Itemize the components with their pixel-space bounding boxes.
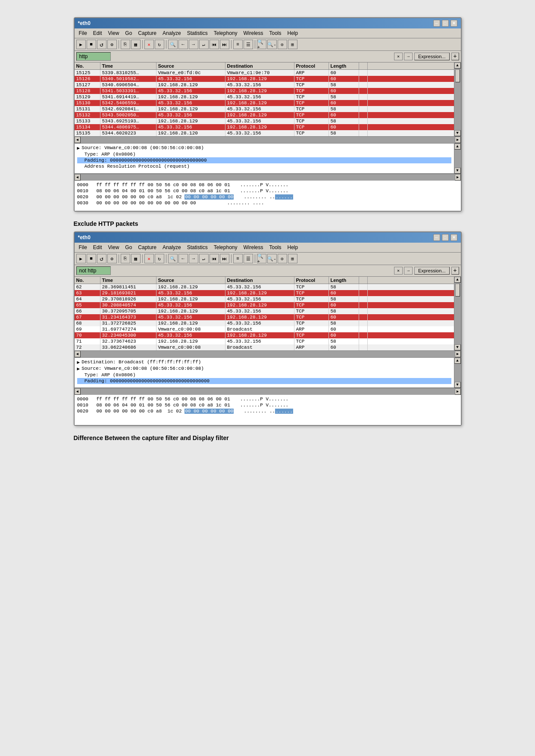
detail-hscroll-1[interactable]: ◄ ► bbox=[75, 174, 461, 181]
menu-edit-1[interactable]: Edit bbox=[91, 29, 105, 37]
menu-go-2[interactable]: Go bbox=[122, 244, 135, 251]
detail-hscroll-2[interactable]: ◄ ► bbox=[75, 388, 461, 395]
scroll-thumb-1[interactable] bbox=[455, 69, 460, 82]
expression-button-1[interactable]: Expression... bbox=[414, 53, 450, 60]
table-row[interactable]: 15130 5342.5406559… 45.33.32.156 192.168… bbox=[75, 100, 454, 106]
toolbar-zoomout-btn-2[interactable]: 🔍- bbox=[267, 254, 277, 263]
menu-tools-1[interactable]: Tools bbox=[267, 29, 284, 37]
toolbar-restart-btn-2[interactable]: ↺ bbox=[97, 254, 106, 263]
toolbar-back-btn-1[interactable]: ← bbox=[178, 40, 188, 49]
table-row[interactable]: 15134 5344.4806975… 45.33.32.156 192.168… bbox=[75, 124, 454, 130]
menu-go-1[interactable]: Go bbox=[122, 29, 135, 37]
detail-track-2[interactable] bbox=[454, 364, 461, 382]
table-row[interactable]: 62 28.369811451 192.168.28.129 45.33.32.… bbox=[75, 284, 454, 290]
toolbar-colorize2-btn-2[interactable]: ☰ bbox=[244, 254, 253, 263]
toolbar-zoomout-btn-1[interactable]: 🔍- bbox=[267, 40, 277, 49]
toolbar-stop-btn-1[interactable]: ■ bbox=[87, 40, 96, 49]
toolbar-settings-btn-2[interactable]: ⚙ bbox=[107, 254, 117, 263]
menu-view-2[interactable]: View bbox=[106, 244, 122, 251]
detail-scroll-up-1[interactable]: ▲ bbox=[454, 144, 461, 150]
toolbar-colorize2-btn-1[interactable]: ☰ bbox=[244, 40, 253, 49]
menu-file-1[interactable]: File bbox=[76, 29, 90, 37]
toolbar-settings-btn-1[interactable]: ⚙ bbox=[107, 40, 117, 49]
table-row[interactable]: 15125 5339.8310255… Vmware_e0:fd:0c Vmwa… bbox=[75, 70, 454, 76]
packet-scrollbar-h-1[interactable]: ◄ ► bbox=[75, 136, 461, 143]
scroll-up-btn-1[interactable]: ▲ bbox=[454, 62, 461, 69]
detail-scrollbar-2[interactable]: ▲ ▼ bbox=[454, 358, 461, 388]
table-row[interactable]: 66 30.372095705 192.168.28.129 45.33.32.… bbox=[75, 308, 454, 314]
packet-hscroll-2[interactable]: ◄ ► bbox=[75, 350, 461, 357]
scroll-track-1[interactable] bbox=[454, 69, 461, 130]
scroll-right-btn-2[interactable]: ► bbox=[455, 351, 461, 357]
scroll-thumb-2[interactable] bbox=[455, 284, 460, 297]
menu-view-1[interactable]: View bbox=[106, 29, 122, 37]
toolbar-refresh-btn-1[interactable]: ↻ bbox=[155, 40, 164, 49]
detail-left-2[interactable]: ◄ bbox=[75, 388, 81, 395]
toolbar-copy-btn-1[interactable]: ⎘ bbox=[121, 40, 130, 49]
toolbar-refresh-btn-2[interactable]: ↻ bbox=[155, 254, 164, 263]
toolbar-start-btn-2[interactable]: ▶ bbox=[76, 254, 86, 263]
toolbar-back-btn-2[interactable]: ← bbox=[178, 254, 188, 263]
filter-input-1[interactable]: http bbox=[76, 52, 111, 61]
table-row[interactable]: 70 32.234045300 45.33.32.156 192.168.28.… bbox=[75, 332, 454, 338]
detail-right-2[interactable]: ► bbox=[455, 388, 461, 395]
scroll-right-btn-1[interactable]: ► bbox=[455, 137, 461, 143]
toolbar-start-btn-1[interactable]: ▶ bbox=[76, 40, 86, 49]
table-row[interactable]: 64 29.370818926 192.168.28.129 45.33.32.… bbox=[75, 296, 454, 302]
filter-icon-x-2[interactable]: ✕ bbox=[394, 267, 403, 275]
table-row[interactable]: 15132 5343.5002050… 45.33.32.156 192.168… bbox=[75, 112, 454, 118]
menu-edit-2[interactable]: Edit bbox=[91, 244, 105, 251]
table-row[interactable]: 15133 5343.6925193… 192.168.28.129 45.33… bbox=[75, 118, 454, 124]
filter-icon-x-1[interactable]: ✕ bbox=[394, 53, 403, 60]
toolbar-copy-btn-2[interactable]: ⎘ bbox=[121, 254, 130, 263]
toolbar-forward-btn-2[interactable]: → bbox=[189, 254, 198, 263]
maximize-button-2[interactable]: □ bbox=[442, 234, 449, 241]
toolbar-mark-btn-2[interactable]: ↵ bbox=[199, 254, 209, 263]
plus-button-1[interactable]: + bbox=[451, 53, 459, 60]
toolbar-colorize-btn-1[interactable]: ≡ bbox=[233, 40, 243, 49]
table-row[interactable]: 15127 5340.6906504… 192.168.28.129 45.33… bbox=[75, 82, 454, 88]
menu-wireless-1[interactable]: Wireless bbox=[241, 29, 266, 37]
toolbar-first-btn-2[interactable]: ⏮ bbox=[210, 254, 219, 263]
table-row[interactable]: 15135 5344.6020223 192.168.28.120 45.33.… bbox=[75, 130, 454, 136]
table-row[interactable]: 65 30.208840574 45.33.32.156 192.168.28.… bbox=[75, 302, 454, 308]
toolbar-search-btn-2[interactable]: 🔍 bbox=[168, 254, 178, 263]
toolbar-restart-btn-1[interactable]: ↺ bbox=[97, 40, 106, 49]
filter-icon-arrow-1[interactable]: → bbox=[404, 53, 413, 60]
table-row[interactable]: 63 29.181693021 45.33.32.156 192.168.28.… bbox=[75, 290, 454, 296]
detail-htrack-2[interactable] bbox=[81, 388, 455, 395]
detail-htrack-1[interactable] bbox=[81, 174, 455, 181]
plus-button-2[interactable]: + bbox=[451, 267, 459, 275]
menu-help-2[interactable]: Help bbox=[285, 244, 301, 251]
table-row[interactable]: 15131 5342.6920841… 192.168.28.129 45.33… bbox=[75, 106, 454, 112]
detail-right-1[interactable]: ► bbox=[455, 174, 461, 181]
toolbar-forward-btn-1[interactable]: → bbox=[189, 40, 198, 49]
menu-help-1[interactable]: Help bbox=[285, 29, 301, 37]
menu-telephony-1[interactable]: Telephony bbox=[211, 29, 240, 37]
minimize-button-1[interactable]: ─ bbox=[433, 20, 440, 27]
menu-statistics-1[interactable]: Statistics bbox=[185, 29, 210, 37]
scroll-up-btn-2[interactable]: ▲ bbox=[454, 277, 461, 283]
close-button-2[interactable]: ✕ bbox=[451, 234, 457, 241]
detail-scroll-down-1[interactable]: ▼ bbox=[454, 168, 461, 174]
toolbar-layout-btn-2[interactable]: ⊞ bbox=[288, 254, 297, 263]
toolbar-stop-btn-2[interactable]: ■ bbox=[87, 254, 96, 263]
table-row[interactable]: 15126 5340.5019582… 45.33.32.156 192.168… bbox=[75, 76, 454, 82]
menu-capture-1[interactable]: Capture bbox=[135, 29, 159, 37]
maximize-button-1[interactable]: □ bbox=[442, 20, 449, 27]
scroll-left-btn-2[interactable]: ◄ bbox=[75, 351, 81, 357]
toolbar-first-btn-1[interactable]: ⏮ bbox=[210, 40, 219, 49]
table-row[interactable]: 71 32.373674623 192.168.28.129 45.33.32.… bbox=[75, 338, 454, 344]
packet-scrollbar-v-1[interactable]: ▲ ▼ bbox=[454, 62, 461, 136]
toolbar-search-btn-1[interactable]: 🔍 bbox=[168, 40, 178, 49]
toolbar-table-btn-2[interactable]: ▦ bbox=[131, 254, 141, 263]
scroll-left-btn-1[interactable]: ◄ bbox=[75, 137, 81, 143]
table-row[interactable]: 15128 5341.5033391… 45.33.32.156 192.168… bbox=[75, 88, 454, 94]
toolbar-zoomreset-btn-1[interactable]: ⊙ bbox=[278, 40, 287, 49]
toolbar-last-btn-2[interactable]: ⏭ bbox=[220, 254, 229, 263]
table-row[interactable]: 68 31.372726825 192.168.28.129 45.33.32.… bbox=[75, 320, 454, 326]
toolbar-zoomin-btn-2[interactable]: 🔍+ bbox=[257, 254, 266, 263]
menu-capture-2[interactable]: Capture bbox=[135, 244, 159, 251]
detail-scroll-up-2[interactable]: ▲ bbox=[454, 358, 461, 364]
menu-file-2[interactable]: File bbox=[76, 244, 90, 251]
